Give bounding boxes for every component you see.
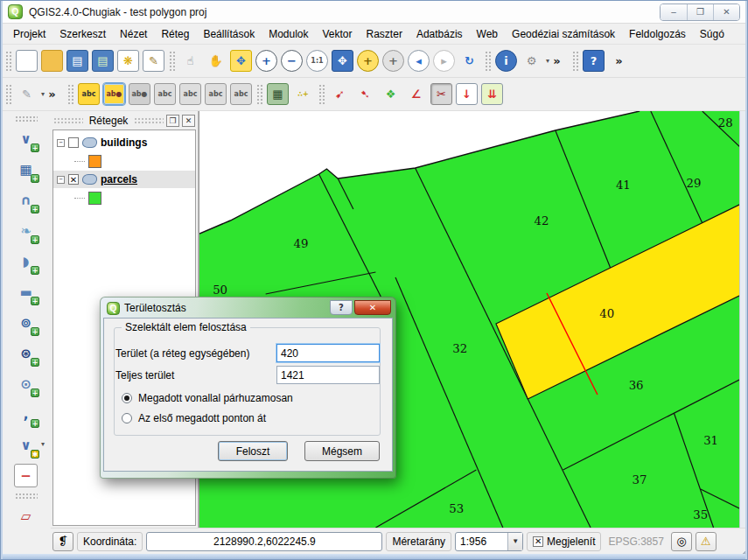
transformation-icon[interactable]: ∠ (405, 83, 427, 105)
menu-szerkeszt[interactable]: Szerkeszt (52, 25, 113, 43)
layer-row-buildings[interactable]: − buildings (53, 134, 195, 151)
toolbar-drag-handle[interactable] (15, 493, 38, 499)
toolbar-drag-handle[interactable] (572, 51, 578, 72)
zoom-to-layer-icon[interactable]: + (382, 50, 404, 72)
menu-web[interactable]: Web (470, 25, 505, 43)
toolbar-drag-handle[interactable] (256, 84, 262, 105)
cancel-button[interactable]: Mégsem (304, 441, 380, 461)
new-result-icon[interactable]: ↓ (456, 83, 478, 105)
point-projection-icon[interactable]: ➹ (329, 83, 351, 105)
save-as-icon[interactable]: ▤ (92, 50, 114, 72)
menu-adatb-zis[interactable]: Adatbázis (409, 25, 470, 43)
pan-icon[interactable]: ✋ (205, 50, 227, 72)
menu-be-ll-t-sok[interactable]: Beállítások (196, 25, 262, 43)
toolbar-drag-handle[interactable] (67, 84, 73, 105)
zoom-last-icon[interactable]: ◂ (408, 50, 430, 72)
zoom-full-icon[interactable]: ✥ (332, 50, 353, 72)
expander-icon[interactable]: − (57, 176, 65, 184)
add-oracle-layer-icon[interactable]: ▬+ (14, 280, 38, 304)
label-show-icon[interactable]: abc (154, 83, 176, 105)
remove-layer-icon[interactable]: − (14, 464, 38, 487)
feature-action-icon[interactable]: ⚙▾ (521, 50, 542, 72)
add-delimited-text-icon[interactable]: ,+ (14, 402, 38, 426)
fieldbook-import-icon[interactable]: ▦ (267, 83, 289, 105)
help-icon[interactable]: ? (583, 50, 605, 72)
render-checkbox[interactable]: ✕ (533, 536, 543, 547)
layer-name[interactable]: parcels (101, 173, 137, 186)
area-input[interactable]: 420 (276, 344, 380, 362)
toolbar-overflow-icon[interactable]: » (546, 50, 568, 72)
through-point-radio[interactable] (122, 413, 132, 424)
label-add-icon[interactable]: abc (78, 83, 100, 105)
add-wfs-layer-icon[interactable]: ⊙+ (14, 372, 38, 396)
toolbar-drag-handle[interactable] (5, 84, 11, 105)
new-composer-icon[interactable]: ❋ (117, 50, 139, 72)
network-adjustment-icon[interactable]: ❖ (380, 83, 402, 105)
digitize-overflow-icon[interactable]: » (41, 83, 63, 105)
crs-status-icon[interactable]: ◎ (671, 532, 692, 551)
file-new-icon[interactable] (16, 50, 38, 72)
menu-geod-ziai-sz-m-t-sok[interactable]: Geodéziai számítások (505, 25, 622, 43)
extent-toggle-icon[interactable]: ❡ (52, 532, 73, 551)
add-points-icon[interactable]: ∴+ (292, 83, 314, 105)
zoom-out-icon[interactable]: − (281, 50, 303, 72)
divide-button[interactable]: Feloszt (218, 441, 288, 461)
identify-icon[interactable]: i (495, 50, 517, 72)
menu-s-g-[interactable]: Súgó (693, 25, 731, 43)
add-raster-layer-icon[interactable]: ▦+ (14, 158, 38, 181)
panel-close-icon[interactable]: ✕ (182, 115, 195, 127)
save-icon[interactable]: ▤ (66, 50, 88, 72)
composer-manager-icon[interactable]: ✎ (143, 50, 164, 72)
messages-warning-icon[interactable]: ⚠ (696, 532, 717, 551)
add-vector-layer-icon[interactable]: ∨+ (14, 127, 38, 150)
close-button[interactable]: ✕ (713, 4, 739, 20)
scale-combo[interactable]: 1:956 ▼ (455, 532, 523, 551)
toolbar-drag-handle[interactable] (5, 51, 11, 72)
label-pin-gray-icon[interactable]: ab● (129, 83, 150, 105)
batch-result-icon[interactable]: ⇊ (481, 83, 503, 105)
panel-float-icon[interactable]: ❐ (166, 115, 179, 127)
menu-feldolgoz-s[interactable]: Feldolgozás (622, 25, 693, 43)
add-postgis-layer-icon[interactable]: ∩+ (14, 188, 38, 212)
refresh-icon[interactable]: ↻ (458, 50, 480, 72)
traverse-icon[interactable]: ➷ (354, 83, 376, 105)
add-mssql-layer-icon[interactable]: ◗+ (14, 249, 38, 273)
label-pin-icon[interactable]: ab● (103, 83, 125, 105)
total-area-input[interactable]: 1421 (276, 366, 380, 384)
coordinate-input[interactable]: 2128990.2,6022245.9 (146, 532, 382, 551)
minimize-button[interactable]: – (661, 4, 687, 20)
expander-icon[interactable]: − (57, 139, 65, 147)
toolbar-drag-handle[interactable] (15, 116, 38, 122)
menu-modulok[interactable]: Modulok (262, 25, 315, 43)
parcels-checkbox[interactable]: ✕ (68, 174, 79, 185)
chevron-down-icon[interactable]: ▼ (507, 533, 522, 550)
layer-row-parcels[interactable]: − ✕ parcels (53, 171, 195, 188)
dialog-title-bar[interactable]: Q Területosztás ? ✕ (103, 297, 393, 318)
toolbar-drag-handle[interactable] (485, 51, 491, 72)
zoom-to-selection-icon[interactable]: + (357, 50, 379, 72)
label-move-icon[interactable]: abc (179, 83, 201, 105)
parallel-radio[interactable] (122, 393, 132, 403)
toolbar-drag-handle[interactable] (318, 84, 325, 105)
label-edit-icon[interactable]: abc (230, 83, 252, 105)
add-spatialite-layer-icon[interactable]: ❧+ (14, 219, 38, 242)
menu-vektor[interactable]: Vektor (316, 25, 360, 43)
maximize-button[interactable]: ❐ (687, 4, 713, 20)
label-rotate-icon[interactable]: abc (205, 83, 227, 105)
dialog-help-icon[interactable]: ? (330, 300, 353, 315)
add-wms-layer-icon[interactable]: ⊚+ (14, 311, 38, 334)
plugin-polygon-icon[interactable]: ▱ (14, 504, 38, 528)
help-overflow-icon[interactable]: » (608, 50, 630, 72)
render-toggle[interactable]: ✕ Megjelenít (527, 532, 601, 551)
menu-projekt[interactable]: Projekt (6, 25, 52, 43)
dialog-close-icon[interactable]: ✕ (354, 300, 391, 315)
parcels-swatch[interactable] (88, 192, 101, 205)
panel-drag-grip[interactable] (53, 117, 83, 124)
buildings-swatch[interactable] (88, 155, 101, 168)
layer-name[interactable]: buildings (101, 136, 147, 149)
through-point-radio-row[interactable]: Az első megadott ponton át (122, 412, 266, 424)
add-wcs-layer-icon[interactable]: ⊛+ (14, 341, 38, 365)
toolbar-drag-handle[interactable] (169, 51, 175, 72)
menu-n-zet[interactable]: Nézet (113, 25, 154, 43)
parallel-radio-row[interactable]: Megadott vonallal párhuzamosan (122, 392, 293, 404)
